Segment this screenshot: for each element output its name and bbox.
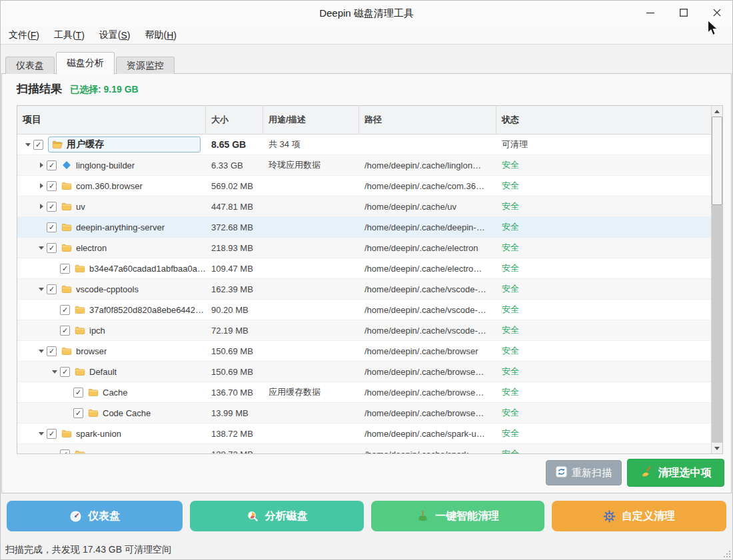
vertical-scrollbar[interactable] xyxy=(711,106,722,453)
row-checkbox[interactable] xyxy=(60,449,70,454)
scrollbar-thumb[interactable] xyxy=(712,117,722,205)
rescan-button[interactable]: 重新扫描 xyxy=(546,460,622,485)
table-row[interactable]: Cache136.70 MB应用缓存数据/home/deepin/.cache/… xyxy=(17,382,711,403)
item-name: browser xyxy=(76,346,107,356)
table-row[interactable]: ipch72.19 MB/home/deepin/.cache/vscode-…… xyxy=(17,320,711,341)
item-path: /home/deepin/.cache/com.36… xyxy=(359,176,496,196)
row-checkbox[interactable] xyxy=(47,202,57,212)
collapse-arrow-icon[interactable] xyxy=(36,288,47,291)
item-size: 162.39 MB xyxy=(206,279,263,299)
folder-icon xyxy=(61,201,72,212)
button-label: 分析磁盘 xyxy=(265,509,308,523)
menu-item[interactable]: 文件(F) xyxy=(1,27,47,44)
item-size: 150.69 MB xyxy=(206,341,263,361)
item-path: /home/deepin/.cache/browser xyxy=(359,341,496,361)
folder-open-icon xyxy=(52,139,63,150)
expand-arrow-icon[interactable] xyxy=(36,162,47,168)
row-checkbox[interactable] xyxy=(47,160,57,170)
scan-result-table: 项目大小用途/描述路径状态 用户缓存8.65 GB共 34 项可清理linglo… xyxy=(17,105,723,454)
分析磁盘-button[interactable]: 分析磁盘 xyxy=(190,501,364,531)
collapse-arrow-icon[interactable] xyxy=(36,246,47,250)
status-badge: 安全 xyxy=(496,444,711,453)
row-checkbox[interactable] xyxy=(47,284,57,294)
column-header[interactable]: 大小 xyxy=(206,106,263,134)
item-description xyxy=(263,444,359,453)
menu-item[interactable]: 帮助(H) xyxy=(138,27,184,44)
collapse-arrow-icon[interactable] xyxy=(23,143,33,146)
status-badge: 安全 xyxy=(496,423,711,443)
item-name: deepin-anything-server xyxy=(76,222,165,232)
close-button[interactable] xyxy=(708,4,726,23)
status-badge: 安全 xyxy=(496,217,711,237)
item-name: Code Cache xyxy=(103,408,151,418)
scrollbar-up-button[interactable] xyxy=(712,106,722,117)
status-badge: 安全 xyxy=(496,300,711,320)
status-badge: 可清理 xyxy=(496,135,711,154)
expand-arrow-icon[interactable] xyxy=(36,183,47,188)
minimize-button[interactable] xyxy=(641,4,660,23)
item-description xyxy=(263,320,359,340)
menu-item[interactable]: 设置(S) xyxy=(92,27,138,44)
row-checkbox[interactable] xyxy=(47,346,57,356)
row-checkbox[interactable] xyxy=(60,367,70,377)
table-row[interactable]: spark-union138.72 MB/home/deepin/.cache/… xyxy=(17,423,711,444)
row-checkbox[interactable] xyxy=(47,181,57,191)
tab-仪表盘[interactable]: 仪表盘 xyxy=(5,57,55,74)
status-bar-text: 扫描完成，共发现 17.43 GB 可清理空间 xyxy=(5,544,171,556)
item-name: b34e47a60cadad1abfbaa0a… xyxy=(89,264,206,274)
status-badge: 安全 xyxy=(496,403,711,423)
row-checkbox[interactable] xyxy=(60,326,70,336)
item-path xyxy=(359,135,496,154)
table-row[interactable]: com.360.browser569.02 MB/home/deepin/.ca… xyxy=(17,176,711,196)
focused-item-box[interactable]: 用户缓存 xyxy=(48,137,201,152)
row-checkbox[interactable] xyxy=(33,140,43,150)
一键智能清理-button[interactable]: 一键智能清理 xyxy=(371,501,544,531)
collapse-arrow-icon[interactable] xyxy=(49,370,60,374)
collapse-arrow-icon[interactable] xyxy=(36,432,47,435)
expand-arrow-icon[interactable] xyxy=(36,204,47,209)
resize-grip[interactable] xyxy=(724,551,730,557)
maximize-button[interactable] xyxy=(674,4,693,23)
row-checkbox[interactable] xyxy=(47,429,57,439)
collapse-arrow-icon[interactable] xyxy=(36,350,47,353)
folder-icon xyxy=(61,346,72,356)
column-header[interactable]: 用途/描述 xyxy=(263,106,359,134)
table-row[interactable]: uv447.81 MB/home/deepin/.cache/uv安全 xyxy=(17,196,711,217)
menu-item[interactable]: 工具(T) xyxy=(47,27,92,44)
row-checkbox[interactable] xyxy=(60,305,70,315)
clean-selected-button[interactable]: 清理选中项 xyxy=(627,459,724,487)
row-checkbox[interactable] xyxy=(73,388,83,398)
table-row[interactable]: 138.72 MB/home/deepin/.cache/spark-…安全 xyxy=(17,444,711,453)
自定义清理-button[interactable]: 自定义清理 xyxy=(552,501,726,531)
row-checkbox[interactable] xyxy=(47,222,57,232)
row-checkbox[interactable] xyxy=(60,264,70,274)
tab-资源监控[interactable]: 资源监控 xyxy=(116,57,175,74)
row-checkbox[interactable] xyxy=(47,243,57,253)
column-header[interactable]: 路径 xyxy=(359,106,496,134)
table-row[interactable]: vscode-cpptools162.39 MB/home/deepin/.ca… xyxy=(17,279,711,300)
table-row[interactable]: browser150.69 MB/home/deepin/.cache/brow… xyxy=(17,341,711,362)
folder-icon xyxy=(88,408,99,418)
table-row[interactable]: Default150.69 MB/home/deepin/.cache/brow… xyxy=(17,362,711,382)
folder-icon xyxy=(88,387,99,398)
table-row[interactable]: b34e47a60cadad1abfbaa0a…109.47 MB/home/d… xyxy=(17,258,711,279)
scrollbar-track[interactable] xyxy=(712,117,722,443)
item-size: 569.02 MB xyxy=(206,176,263,196)
table-row[interactable]: linglong-builder6.33 GB玲珑应用数据/home/deepi… xyxy=(17,155,711,176)
row-checkbox[interactable] xyxy=(73,408,83,418)
tab-磁盘分析[interactable]: 磁盘分析 xyxy=(56,52,115,74)
table-row[interactable]: 用户缓存8.65 GB共 34 项可清理 xyxy=(17,135,711,155)
column-header[interactable]: 状态 xyxy=(496,106,711,134)
table-row[interactable]: deepin-anything-server372.68 MB/home/dee… xyxy=(17,217,711,238)
item-size: 109.47 MB xyxy=(206,258,263,278)
scrollbar-down-button[interactable] xyxy=(712,442,722,453)
column-header[interactable]: 项目 xyxy=(17,106,206,134)
item-description xyxy=(263,258,359,278)
table-row[interactable]: 37af0f8520d820a8ebe6442…90.20 MB/home/de… xyxy=(17,300,711,320)
status-badge: 安全 xyxy=(496,155,711,175)
disk-analysis-tab-pane: 扫描结果 已选择: 9.19 GB 项目大小用途/描述路径状态 用户缓存8.65… xyxy=(1,73,732,493)
table-row[interactable]: electron218.93 MB/home/deepin/.cache/ele… xyxy=(17,238,711,258)
仪表盘-button[interactable]: 仪表盘 xyxy=(7,501,183,531)
table-row[interactable]: Code Cache13.99 MB/home/deepin/.cache/br… xyxy=(17,403,711,423)
broom-icon xyxy=(416,510,429,523)
